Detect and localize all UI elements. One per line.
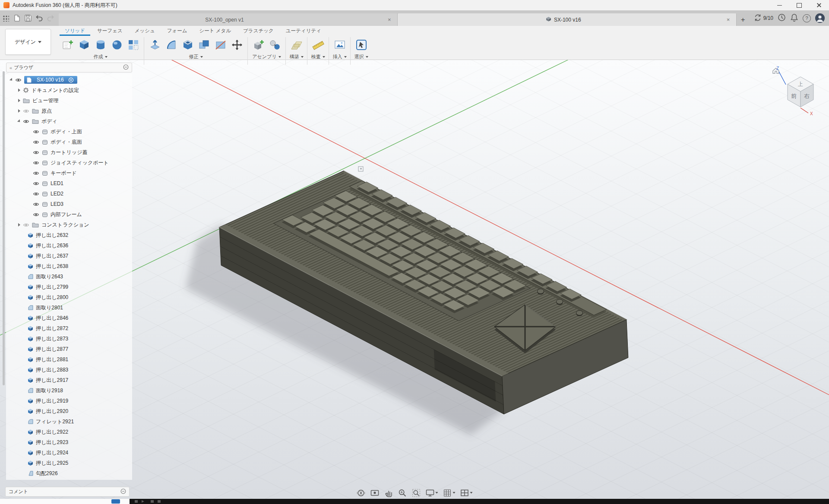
pattern-icon[interactable] (126, 38, 140, 53)
orbit-icon[interactable] (355, 488, 367, 498)
primitive-box-icon[interactable] (77, 38, 91, 53)
visibility-eye-icon[interactable] (33, 140, 39, 145)
feature-row[interactable]: 押し出し2636 (6, 240, 132, 251)
ribbon-tab-6[interactable]: ユーティリティ (281, 26, 326, 36)
grid-settings-icon[interactable] (442, 488, 457, 498)
ribbon-tab-5[interactable]: プラスチック (238, 26, 279, 36)
workspace-selector[interactable]: デザイン (5, 29, 51, 55)
feature-row[interactable]: フィレット2921 (6, 416, 132, 427)
redo-icon[interactable] (45, 12, 56, 25)
tree-item[interactable]: 原点 (6, 106, 132, 116)
feature-row[interactable]: 押し出し2846 (6, 313, 132, 323)
visibility-eye-icon[interactable] (33, 161, 39, 165)
panel-options-icon[interactable] (120, 488, 126, 495)
ribbon-tab-4[interactable]: シート メタル (194, 26, 237, 36)
move-icon[interactable] (230, 38, 244, 53)
feature-row[interactable]: 面取り2643 (6, 271, 132, 282)
feature-row[interactable]: 押し出し2883 (6, 365, 132, 375)
feature-row[interactable]: 押し出し2799 (6, 282, 132, 292)
feature-row[interactable]: 押し出し2922 (6, 427, 132, 437)
close-tab-icon[interactable]: × (386, 16, 393, 23)
visibility-eye-icon[interactable] (23, 223, 29, 227)
feature-row[interactable]: 押し出し2632 (6, 230, 132, 240)
comment-bar[interactable]: コメント (5, 487, 130, 497)
primitive-cylinder-icon[interactable] (93, 38, 108, 53)
new-component-icon[interactable] (251, 38, 266, 53)
press-pull-icon[interactable] (148, 38, 162, 53)
insert-canvas-icon[interactable] (332, 38, 347, 53)
document-tab[interactable]: SX-100_open v1 × (59, 13, 398, 26)
maximize-button[interactable] (789, 0, 809, 10)
expander-icon[interactable] (17, 119, 21, 123)
activate-target-icon[interactable] (68, 77, 74, 83)
ribbon-tab-3[interactable]: フォーム (162, 26, 193, 36)
visibility-eye-icon[interactable] (33, 129, 39, 134)
split-icon[interactable] (213, 38, 228, 53)
tree-body-item[interactable]: キーボード (6, 168, 132, 178)
pan-icon[interactable] (383, 488, 395, 498)
tree-body-item[interactable]: ボディ・底面 (6, 137, 132, 147)
visibility-eye-icon[interactable] (23, 119, 29, 124)
tree-body-item[interactable]: カートリッジ蓋 (6, 147, 132, 158)
tree-body-item[interactable]: LED3 (6, 199, 132, 209)
tree-body-item[interactable]: LED1 (6, 178, 132, 189)
tree-body-item[interactable]: LED2 (6, 189, 132, 199)
feature-row[interactable]: 押し出し2920 (6, 406, 132, 416)
visibility-eye-icon[interactable] (33, 171, 39, 176)
ribbon-tab-2[interactable]: メッシュ (130, 26, 160, 36)
feature-row[interactable]: 押し出し2881 (6, 354, 132, 365)
ribbon-group-dropdown[interactable]: 検査 (311, 54, 325, 60)
file-menu-icon[interactable] (11, 12, 22, 25)
tree-item[interactable]: コンストラクション (6, 220, 132, 230)
ribbon-group-dropdown[interactable]: アセンブリ (252, 54, 281, 60)
feature-row[interactable]: 押し出し2923 (6, 437, 132, 447)
visibility-eye-icon[interactable] (33, 212, 39, 217)
feature-row[interactable]: 押し出し2917 (6, 375, 132, 385)
look-at-icon[interactable] (369, 488, 381, 498)
feature-row[interactable]: 押し出し2638 (6, 261, 132, 271)
fit-icon[interactable] (411, 488, 422, 498)
tree-body-item[interactable]: ジョイスティックポート (6, 158, 132, 168)
expander-icon[interactable] (18, 223, 20, 227)
select-icon[interactable] (354, 38, 368, 53)
feature-row[interactable]: 押し出し2924 (6, 447, 132, 458)
panel-options-icon[interactable] (123, 64, 129, 71)
tree-body-item[interactable]: 内部フレーム (6, 209, 132, 220)
create-sketch-icon[interactable] (60, 38, 75, 53)
shell-icon[interactable] (180, 38, 195, 53)
ribbon-tab-0[interactable]: ソリッド (60, 26, 90, 36)
feature-row[interactable]: 押し出し2919 (6, 396, 132, 406)
tree-item[interactable]: ビュー管理 (6, 95, 132, 106)
help-icon[interactable]: ? (803, 14, 811, 22)
feature-row[interactable]: 押し出し2873 (6, 334, 132, 344)
construction-plane-icon[interactable] (289, 38, 304, 53)
tree-body-item[interactable]: ボディ・上面 (6, 126, 132, 137)
feature-row[interactable]: 押し出し2800 (6, 292, 132, 302)
ribbon-group-dropdown[interactable]: 選択 (354, 54, 368, 60)
visibility-eye-icon[interactable] (33, 181, 39, 186)
notifications-bell-icon[interactable] (790, 13, 798, 23)
save-icon[interactable] (22, 12, 34, 25)
expander-icon[interactable] (9, 78, 13, 82)
expander-icon[interactable] (18, 99, 20, 102)
timeline-mini-icon[interactable] (111, 499, 120, 504)
feature-row[interactable]: 勾配2926 (6, 468, 132, 479)
ribbon-tab-1[interactable]: サーフェス (92, 26, 128, 36)
minimize-button[interactable] (769, 0, 789, 10)
visibility-eye-icon[interactable] (33, 202, 39, 207)
ribbon-group-dropdown[interactable]: 修正 (189, 54, 203, 60)
collapse-panel-icon[interactable]: « (9, 65, 11, 70)
feature-row[interactable]: 面取り2801 (6, 302, 132, 313)
clock-icon[interactable] (778, 13, 786, 23)
primitive-sphere-icon[interactable] (110, 38, 124, 53)
undo-icon[interactable] (34, 12, 45, 25)
display-settings-icon[interactable] (424, 488, 440, 498)
tree-item[interactable]: ボディ (6, 116, 132, 126)
feature-row[interactable]: 押し出し2925 (6, 458, 132, 468)
measure-icon[interactable] (311, 38, 325, 53)
visibility-eye-icon[interactable] (15, 78, 22, 82)
feature-row[interactable]: 押し出し2877 (6, 344, 132, 354)
app-grid-icon[interactable] (0, 12, 11, 25)
document-tab[interactable]: SX-100 v16 × (398, 13, 737, 26)
browser-scrollbar[interactable] (3, 71, 5, 385)
